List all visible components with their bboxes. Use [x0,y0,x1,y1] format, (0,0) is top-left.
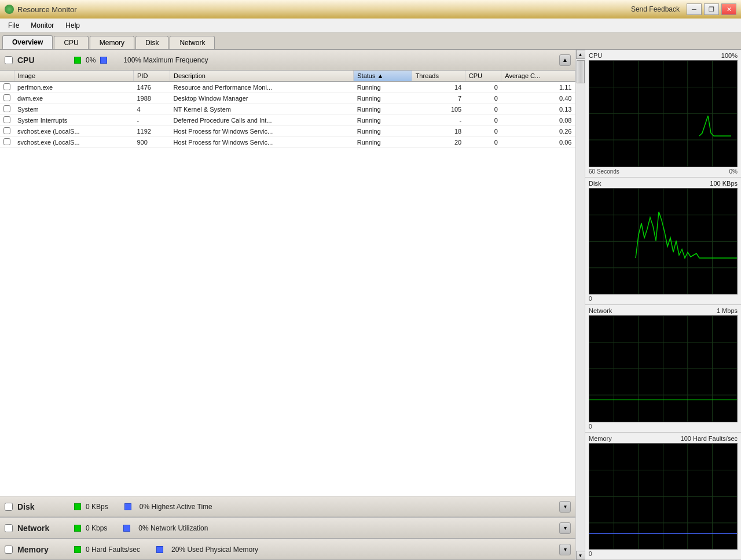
cpu-process-table[interactable]: Image PID Description Status ▲ Threads C… [0,71,575,496]
memory-graph-title: Memory [589,435,612,442]
cell-cpu: 0 [465,126,501,137]
row-checkbox[interactable] [3,116,10,123]
cell-desc: Resource and Performance Moni... [170,82,353,93]
title-bar: Resource Monitor Send Feedback ─ ❐ ✕ [0,0,741,19]
memory-collapse-button[interactable]: ▾ [559,544,571,555]
memory-title: Memory [17,545,69,554]
tab-cpu[interactable]: CPU [54,36,88,49]
disk-collapse-button[interactable]: ▾ [559,501,571,513]
cell-cpu: 0 [465,104,501,115]
col-description[interactable]: Description [170,71,353,82]
cell-pid: 1988 [133,93,170,104]
cpu-checkbox[interactable] [5,56,13,64]
memory-section-header[interactable]: Memory 0 Hard Faults/sec 20% Used Physic… [0,539,575,559]
cpu-collapse-button[interactable]: ▲ [559,54,571,66]
cpu-graph-time: 60 Seconds [589,168,619,175]
cell-image: System [14,104,133,115]
col-image[interactable]: Image [14,71,133,82]
disk-checkbox[interactable] [5,503,13,511]
row-checkbox[interactable] [3,83,10,90]
cell-avg: 0.26 [501,126,575,137]
menu-monitor[interactable]: Monitor [25,20,60,31]
cpu-green-indicator [74,57,81,64]
cpu-graph-min: 0% [729,168,738,175]
network-section-header[interactable]: Network 0 Kbps 0% Network Utilization ▾ [0,517,575,538]
network-graph-min: 0 [589,423,592,430]
network-blue-indicator [123,525,130,532]
table-row[interactable]: perfmon.exe 1476 Resource and Performanc… [0,82,575,93]
memory-graph-svg [589,444,737,550]
cell-image: dwm.exe [14,93,133,104]
memory-graph-min: 0 [589,551,592,557]
network-graph-footer: 0 [589,423,738,430]
cell-threads: 14 [412,82,465,93]
table-row[interactable]: svchost.exe (LocalS... 1192 Host Process… [0,126,575,137]
cpu-graph-title: CPU [589,52,602,59]
tab-overview[interactable]: Overview [2,35,53,49]
scroll-up-button[interactable]: ▲ [576,50,585,59]
cell-image: svchost.exe (LocalS... [14,126,133,137]
network-graph-title: Network [589,307,612,314]
disk-graph-title: Disk [589,180,601,187]
minimize-button[interactable]: ─ [687,3,702,15]
tab-memory[interactable]: Memory [90,36,134,49]
network-title: Network [17,524,69,533]
restore-button[interactable]: ❐ [704,3,719,15]
menu-file[interactable]: File [2,20,25,31]
memory-blue-indicator [156,546,163,553]
cell-desc: Host Process for Windows Servic... [170,137,353,148]
memory-stat-used: 20% Used Physical Memory [171,546,258,554]
cpu-graph-svg [589,61,737,167]
memory-graph-max: 100 Hard Faults/sec [681,435,738,442]
tab-disk[interactable]: Disk [135,36,168,49]
memory-checkbox[interactable] [5,546,13,554]
network-checkbox[interactable] [5,524,13,532]
row-checkbox[interactable] [3,105,10,112]
network-graph-header: Network 1 Mbps [589,307,738,314]
scroll-down-button[interactable]: ▼ [576,551,585,560]
memory-graph-footer: 0 [589,551,738,557]
memory-stat-faults: 0 Hard Faults/sec [86,546,140,554]
close-button[interactable]: ✕ [721,3,736,15]
memory-graph-header: Memory 100 Hard Faults/sec [589,435,738,442]
table-row[interactable]: dwm.exe 1988 Desktop Window Manager Runn… [0,93,575,104]
disk-section-header[interactable]: Disk 0 KBps 0% Highest Active Time ▾ [0,496,575,517]
col-pid[interactable]: PID [133,71,170,82]
col-threads[interactable]: Threads [412,71,465,82]
disk-title: Disk [17,502,69,511]
disk-graph-section: Disk 100 KBps 0 [585,178,741,305]
row-checkbox[interactable] [3,138,10,145]
cell-desc: Desktop Window Manager [170,93,353,104]
col-status[interactable]: Status ▲ [354,71,412,82]
table-row[interactable]: System Interrupts - Deferred Procedure C… [0,115,575,126]
disk-stat-active: 0% Highest Active Time [140,503,212,511]
col-cpu[interactable]: CPU [465,71,501,82]
network-collapse-button[interactable]: ▾ [559,522,571,534]
main-scrollbar[interactable]: ▲ ▼ [575,50,585,560]
disk-graph-svg [589,189,737,294]
row-checkbox[interactable] [3,127,10,134]
cell-threads: 18 [412,126,465,137]
cpu-section-header: CPU 0% 100% Maximum Frequency ▲ [0,50,575,71]
network-graph-section: Network 1 Mbps 0 [585,305,741,433]
cell-avg: 0.13 [501,104,575,115]
table-row[interactable]: svchost.exe (LocalS... 900 Host Process … [0,137,575,148]
cpu-graph-section: CPU 100% 60 Secon [585,50,741,178]
send-feedback-link[interactable]: Send Feedback [631,5,680,13]
cell-status: Running [354,82,412,93]
main-layout: CPU 0% 100% Maximum Frequency ▲ Image PI… [0,50,741,560]
scroll-thumb[interactable] [577,60,585,83]
menu-help[interactable]: Help [60,20,86,31]
row-checkbox[interactable] [3,94,10,101]
col-avg-cpu[interactable]: Average C... [501,71,575,82]
cell-image: perfmon.exe [14,82,133,93]
table-row[interactable]: System 4 NT Kernel & System Running 105 … [0,104,575,115]
disk-graph-min: 0 [589,296,592,302]
tab-bar: Overview CPU Memory Disk Network [0,32,741,50]
cpu-blue-indicator [100,57,107,64]
cpu-section: CPU 0% 100% Maximum Frequency ▲ Image PI… [0,50,575,496]
cell-pid: 900 [133,137,170,148]
tab-network[interactable]: Network [170,36,215,49]
network-stat-kbps: 0 Kbps [86,524,107,532]
cpu-stat-percent: 0% [86,56,96,64]
